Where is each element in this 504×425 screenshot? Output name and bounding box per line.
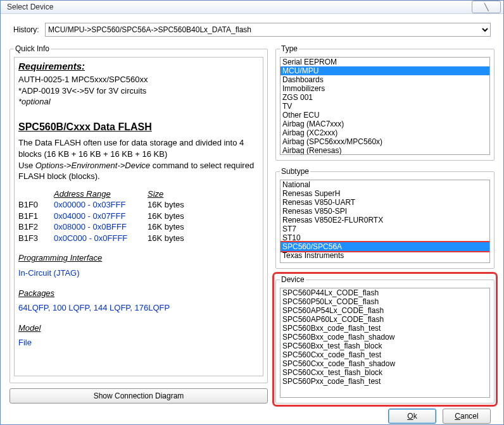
subtype-listbox[interactable]: NationalRenesas SuperHRenesas V850-UARTR… (280, 180, 490, 263)
window-close-button[interactable]: ╲ (472, 1, 501, 13)
list-item[interactable]: Immobilizers (280, 84, 489, 93)
requirements-heading: Requirements: (18, 60, 259, 73)
list-item[interactable]: SPC560Bxx_code_flash_shadow (280, 333, 489, 342)
list-item[interactable]: TV (280, 102, 489, 111)
list-item[interactable]: SPC560Cxx_code_flash_test (280, 350, 489, 359)
list-item[interactable]: National (280, 180, 489, 189)
flash-text2b: Options->Environment->Device (35, 161, 150, 170)
right-column: Type Serial EEPROMMCU/MPUDashboardsImmob… (275, 44, 495, 403)
quickinfo-text[interactable]: Requirements: AUTH-0025-1 MPC5xxx/SPC560… (14, 57, 263, 376)
ok-button[interactable]: Ok (388, 409, 436, 424)
list-item[interactable]: Serial EEPROM (280, 58, 489, 66)
select-device-dialog: Select Device ╲ History: MCU/MPU->SPC560… (0, 0, 504, 425)
packages-heading: Packages (18, 288, 259, 299)
addr-row: B1F30x0C000 - 0x0FFFF16K bytes (18, 233, 259, 244)
list-item[interactable]: Renesas V850-UART (280, 198, 489, 207)
list-item[interactable]: SPC560Bxx_code_flash_test (280, 324, 489, 333)
list-item[interactable]: SPC560AP60Lx_CODE_flash (280, 315, 489, 324)
list-item[interactable]: ST10 (280, 233, 489, 242)
quickinfo-legend: Quick Info (14, 44, 51, 53)
list-item[interactable]: SPC560/SPC56A (280, 242, 489, 251)
main-layout: Quick Info Requirements: AUTH-0025-1 MPC… (9, 44, 495, 403)
show-connection-diagram-button[interactable]: Show Connection Diagram (9, 388, 268, 403)
packages-value[interactable]: 64LQFP, 100 LQFP, 144 LQFP, 176LQFP (18, 303, 170, 312)
list-item[interactable]: Renesas SuperH (280, 189, 489, 198)
type-listbox[interactable]: Serial EEPROMMCU/MPUDashboardsImmobilize… (280, 57, 490, 155)
addr-row: B1F10x04000 - 0x07FFF16K bytes (18, 211, 259, 222)
prog-if-value[interactable]: In-Circuit (JTAG) (18, 268, 80, 278)
flash-heading: SPC560B/Cxxx Data FLASH (18, 120, 259, 134)
list-item[interactable]: Airbag (XC2xxx) (280, 128, 489, 137)
device-group: Device SPC560P44Lx_CODE_flashSPC560P50Lx… (275, 275, 495, 403)
addr-header: Address Range Size (18, 188, 259, 200)
list-item[interactable]: MCU/MPU (280, 66, 489, 75)
flash-text: The Data FLASH often use for data storag… (18, 138, 244, 159)
device-legend: Device (280, 275, 306, 284)
titlebar: Select Device ╲ (1, 1, 503, 14)
list-item[interactable]: ZGS 001 (280, 93, 489, 102)
req-line: *ADP-0019 3V<->5V for 3V circuits (18, 86, 146, 95)
quickinfo-group: Quick Info Requirements: AUTH-0025-1 MPC… (9, 44, 268, 383)
list-item[interactable]: SPC560Bxx_test_flash_block (280, 342, 489, 350)
window-title: Select Device (7, 3, 472, 11)
list-item[interactable]: Other ECU (280, 111, 489, 120)
cancel-button[interactable]: Cancel (443, 409, 491, 424)
addr-range-h: Address Range (54, 188, 148, 200)
type-legend: Type (280, 44, 299, 53)
model-value[interactable]: File (18, 338, 32, 347)
history-dropdown[interactable]: MCU/MPU->SPC560/SPC56A->SPC560B40Lx_DATA… (45, 23, 491, 37)
req-line: AUTH-0025-1 MPC5xxx/SPC560xx (18, 75, 148, 84)
list-item[interactable]: SPC560P50Lx_CODE_flash (280, 297, 489, 306)
list-item[interactable]: SPC560P44Lx_CODE_flash (280, 288, 489, 297)
list-item[interactable]: Renesas V850-SPI (280, 207, 489, 216)
list-item[interactable]: Renesas V850E2-FLUR0RTX (280, 216, 489, 225)
flash-text2a: Use (18, 161, 35, 170)
device-listbox[interactable]: SPC560P44Lx_CODE_flashSPC560P50Lx_CODE_f… (280, 288, 490, 398)
list-item[interactable]: ST7 (280, 225, 489, 233)
list-item[interactable]: Airbag (Renesas) (280, 146, 489, 155)
list-item[interactable]: Texas Instruments (280, 251, 489, 260)
dialog-buttons: Ok Cancel (9, 403, 495, 424)
list-item[interactable]: SPC560Cxx_test_flash_block (280, 368, 489, 377)
list-item[interactable]: SPC560Cxx_code_flash_shadow (280, 359, 489, 368)
prog-if-heading: Programming Interface (18, 252, 259, 264)
addr-row: B1F20x08000 - 0x0BFFF16K bytes (18, 221, 259, 233)
list-item[interactable]: SPC560Pxx_code_flash_test (280, 377, 489, 386)
addr-row: B1F00x00000 - 0x03FFF16K bytes (18, 199, 259, 211)
model-heading: Model (18, 323, 259, 334)
type-group: Type Serial EEPROMMCU/MPUDashboardsImmob… (275, 44, 495, 161)
list-item[interactable]: Dashboards (280, 75, 489, 84)
subtype-group: Subtype NationalRenesas SuperHRenesas V8… (275, 167, 495, 269)
left-column: Quick Info Requirements: AUTH-0025-1 MPC… (9, 44, 268, 403)
list-item[interactable]: SPC560AP54Lx_CODE_flash (280, 306, 489, 315)
history-row: History: MCU/MPU->SPC560/SPC56A->SPC560B… (13, 23, 491, 37)
history-label: History: (13, 25, 45, 34)
dialog-content: History: MCU/MPU->SPC560/SPC56A->SPC560B… (1, 14, 503, 425)
req-line-optional: *optional (18, 97, 51, 106)
subtype-legend: Subtype (280, 167, 310, 176)
addr-size-h: Size (148, 188, 163, 200)
list-item[interactable]: Airbag (SPC56xxx/MPC560x) (280, 137, 489, 146)
list-item[interactable]: Airbag (MAC7xxx) (280, 120, 489, 128)
